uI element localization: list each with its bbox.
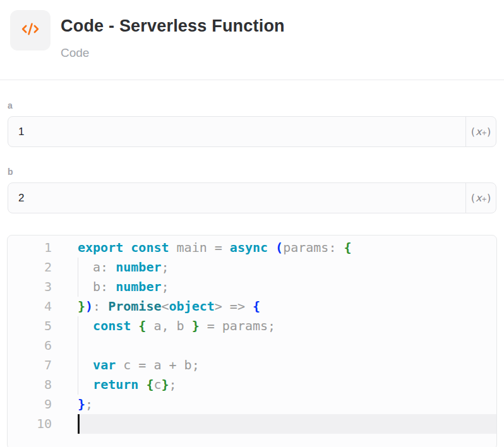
code-line[interactable]: 10 <box>8 414 496 434</box>
code-token: } <box>78 396 85 412</box>
page-subtitle: Code <box>61 46 285 60</box>
input-fields-section: a (x+) b (x+) <box>0 80 504 213</box>
code-token: ; <box>161 259 169 275</box>
code-token: export <box>78 240 123 255</box>
code-token <box>123 240 131 255</box>
code-token: object <box>169 299 215 314</box>
code-token: } <box>78 299 85 314</box>
code-token <box>78 377 93 392</box>
line-number[interactable]: 4 <box>8 297 52 316</box>
code-token: { <box>138 318 146 333</box>
insert-expression-icon: (x+) <box>471 126 491 138</box>
code-token: const <box>93 318 131 333</box>
code-line[interactable]: 4}): Promise<object> => { <box>8 297 496 316</box>
insert-expression-icon: (x+) <box>471 192 491 204</box>
text-cursor <box>78 414 80 434</box>
code-token: a, b <box>146 318 191 333</box>
code-line-content[interactable]: const { a, b } = params; <box>78 316 496 336</box>
code-line[interactable]: 2 a: number; <box>8 258 496 277</box>
insert-expression-button[interactable]: (x+) <box>465 183 496 213</box>
code-token <box>268 240 275 255</box>
field-a-input[interactable] <box>8 117 465 146</box>
code-token: = params; <box>200 318 275 333</box>
code-token: params: <box>283 240 344 255</box>
code-line[interactable]: 9}; <box>8 395 496 414</box>
code-line-content[interactable] <box>78 336 496 355</box>
code-line-content[interactable]: }; <box>78 395 496 414</box>
field-a-label: a <box>8 100 496 110</box>
code-token: ) <box>85 299 93 314</box>
line-number[interactable]: 1 <box>8 238 52 258</box>
code-line-content[interactable]: a: number; <box>78 258 496 277</box>
field-a: a (x+) <box>8 100 496 147</box>
line-number[interactable]: 5 <box>8 316 52 336</box>
code-icon <box>21 20 40 41</box>
code-line-content[interactable]: export const main = async (params: { <box>78 238 496 258</box>
code-line-content[interactable]: }): Promise<object> => { <box>78 297 496 316</box>
code-line-content[interactable]: b: number; <box>78 277 496 297</box>
line-number[interactable]: 9 <box>8 395 52 414</box>
code-token: async <box>230 240 268 255</box>
code-token <box>78 318 93 333</box>
code-token: var <box>93 357 116 372</box>
code-line[interactable]: 8 return {c}; <box>8 375 496 395</box>
header: Code - Serverless Function Code <box>0 0 504 60</box>
field-b-input[interactable] <box>8 183 465 213</box>
code-token: main = <box>169 240 230 255</box>
code-token: { <box>344 240 351 255</box>
code-token: { <box>253 299 260 314</box>
code-token: b: <box>78 279 116 294</box>
code-token: a: <box>78 259 116 275</box>
code-line[interactable]: 7 var c = a + b; <box>8 355 496 375</box>
code-line-content[interactable] <box>78 414 496 434</box>
code-token: < <box>161 299 169 314</box>
code-token: ; <box>169 377 177 392</box>
code-token: return <box>93 377 138 392</box>
line-number[interactable]: 8 <box>8 375 52 395</box>
code-editor[interactable]: 1export const main = async (params: {2 a… <box>7 235 497 447</box>
insert-expression-button[interactable]: (x+) <box>465 117 496 146</box>
line-number[interactable]: 6 <box>8 336 52 355</box>
code-token: c = a + b; <box>116 357 199 372</box>
line-number[interactable]: 2 <box>8 258 52 277</box>
code-token: } <box>161 377 169 392</box>
code-line-content[interactable]: var c = a + b; <box>78 355 496 375</box>
code-line[interactable]: 3 b: number; <box>8 277 496 297</box>
code-token <box>78 357 93 372</box>
line-number[interactable]: 10 <box>8 414 52 434</box>
code-token: number <box>116 259 161 275</box>
code-token: ( <box>275 240 283 255</box>
code-line[interactable]: 6 <box>8 336 496 355</box>
line-number[interactable]: 3 <box>8 277 52 297</box>
code-line-content[interactable]: return {c}; <box>78 375 496 395</box>
code-token: const <box>131 240 169 255</box>
code-token: ; <box>85 396 93 412</box>
component-icon-box <box>10 10 51 51</box>
page-title: Code - Serverless Function <box>61 16 285 36</box>
code-token <box>131 318 138 333</box>
line-number[interactable]: 7 <box>8 355 52 375</box>
code-token: } <box>192 318 200 333</box>
field-b: b (x+) <box>8 167 496 213</box>
code-line[interactable]: 5 const { a, b } = params; <box>8 316 496 336</box>
code-token <box>138 377 146 392</box>
code-token: { <box>146 377 153 392</box>
code-token: > => <box>215 299 253 314</box>
code-line[interactable]: 1export const main = async (params: { <box>8 238 496 258</box>
code-token: ; <box>161 279 169 294</box>
code-token: number <box>116 279 161 294</box>
code-token: Promise <box>108 299 161 314</box>
code-token: c <box>153 377 161 392</box>
field-b-label: b <box>8 167 496 177</box>
code-token: : <box>93 299 108 314</box>
